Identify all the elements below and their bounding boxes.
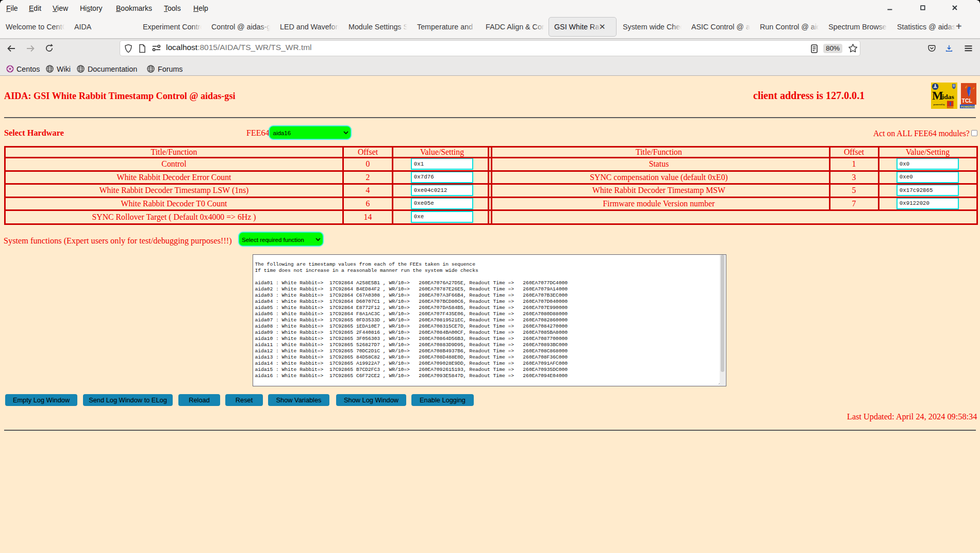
svg-text:POWERED: POWERED [948, 106, 955, 108]
svg-text:POWERED: POWERED [961, 105, 975, 108]
svg-text:TCL: TCL [962, 97, 973, 104]
svg-text:powered by: powered by [934, 103, 945, 106]
svg-text:idas: idas [942, 93, 954, 101]
